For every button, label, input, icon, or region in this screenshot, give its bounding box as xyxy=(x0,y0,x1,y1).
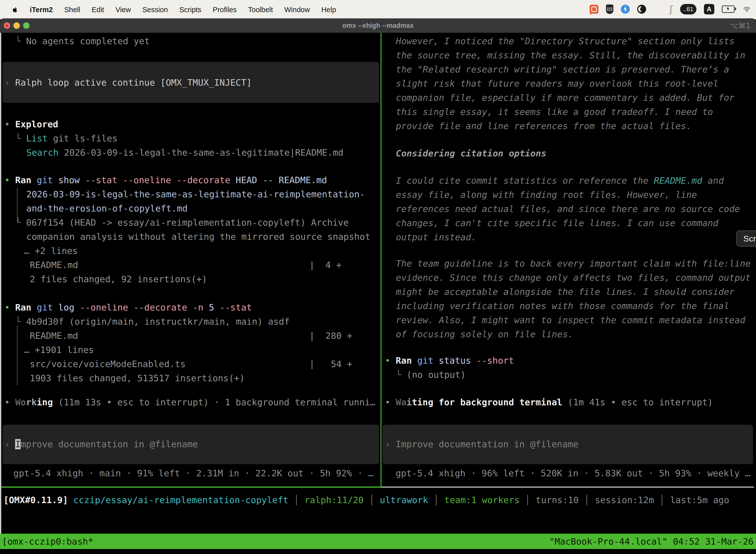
output-tree-connector xyxy=(17,325,18,385)
tmux-host-clock: "MacBook-Pro-44.local" 04:52 31-Mar-26 xyxy=(549,536,756,547)
menu-item-toolbelt[interactable]: Toolbelt xyxy=(248,6,273,14)
battery-icon[interactable] xyxy=(722,5,735,13)
output-tree-connector xyxy=(17,188,18,222)
dots-grid-icon[interactable] xyxy=(653,5,662,13)
hook-icon[interactable]: ʃ xyxy=(670,4,673,14)
tmux-status-bar: [omx-cczip0:bash* "MacBook-Pro-44.local"… xyxy=(0,534,756,549)
inactive-pane-border xyxy=(381,487,754,488)
window-title: omx --xhigh --madmax xyxy=(0,18,756,33)
wifi-icon[interactable] xyxy=(742,5,752,13)
apple-icon[interactable] xyxy=(11,6,18,14)
shield-icon[interactable] xyxy=(606,4,613,14)
menu-item-edit[interactable]: Edit xyxy=(91,6,104,14)
chat-icon[interactable] xyxy=(589,5,598,14)
screen-share-overlay[interactable]: Scre xyxy=(736,230,756,247)
terminal-viewport xyxy=(0,33,756,554)
verified-badge-icon[interactable] xyxy=(621,5,630,14)
menu-item-session[interactable]: Session xyxy=(142,6,168,14)
tmux-session-label: [omx-cczip0:bash* xyxy=(0,536,93,547)
record-icon[interactable] xyxy=(637,5,646,14)
menu-item-window[interactable]: Window xyxy=(284,6,310,14)
menu-item-iterm2[interactable]: iTerm2 xyxy=(30,6,53,14)
menu-item-shell[interactable]: Shell xyxy=(64,6,80,14)
menu-status-icons: ʃ ..61 A xyxy=(589,0,752,18)
active-pane-border xyxy=(1,487,381,488)
window-titlebar[interactable]: omx --xhigh --madmax ⌥⌘1 xyxy=(0,18,756,33)
window-shortcut: ⌥⌘1 xyxy=(730,18,751,33)
keyboard-layout-icon[interactable]: A xyxy=(704,4,714,14)
screen-share-label: Scre xyxy=(743,234,756,243)
menu-item-profiles[interactable]: Profiles xyxy=(213,6,237,14)
count-badge[interactable]: ..61 xyxy=(680,4,696,14)
prompt-input-left[interactable] xyxy=(2,425,379,464)
pane-divider[interactable] xyxy=(380,33,381,487)
window-left-edge xyxy=(0,33,1,549)
screen: { "colors": { "menubar_bg": "#f0efe9", "… xyxy=(0,0,756,554)
menu-item-view[interactable]: View xyxy=(115,6,131,14)
menu-bar: iTerm2ShellEditViewSessionScriptsProfile… xyxy=(0,0,756,19)
prompt-input-left-top[interactable] xyxy=(2,62,379,103)
menu-item-help[interactable]: Help xyxy=(321,6,336,14)
menu-item-scripts[interactable]: Scripts xyxy=(179,6,201,14)
prompt-input-right[interactable] xyxy=(382,425,753,464)
